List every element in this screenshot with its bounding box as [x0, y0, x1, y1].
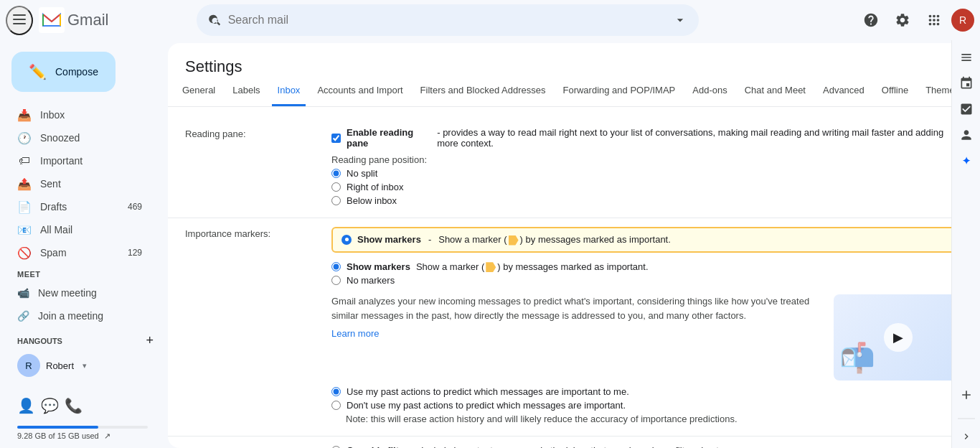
- show-markers-radio[interactable]: [331, 262, 341, 271]
- importance-markers-row: Importance markers: Show markers - Show …: [168, 218, 980, 437]
- no-past-label[interactable]: Don't use my past actions to predict whi…: [331, 400, 963, 411]
- sidebar-item-sent[interactable]: 📤 Sent: [0, 172, 154, 195]
- tab-filters[interactable]: Filters and Blocked Addresses: [415, 76, 552, 106]
- apps-button[interactable]: [920, 6, 948, 34]
- no-past-radio[interactable]: [331, 401, 341, 410]
- learn-more-link[interactable]: Learn more: [331, 328, 379, 339]
- topbar: Gmail R: [0, 0, 980, 40]
- meet-section-label: Meet: [0, 264, 165, 281]
- predict-note: Note: this will erase action history and…: [331, 414, 963, 424]
- add-hangout-icon[interactable]: +: [146, 333, 154, 348]
- storage-bar-fill: [17, 426, 98, 429]
- tab-inbox[interactable]: Inbox: [272, 76, 306, 106]
- tab-advanced[interactable]: Advanced: [817, 76, 870, 106]
- marker-icon-callout: [509, 235, 519, 246]
- right-inbox-label[interactable]: Right of inbox: [331, 182, 963, 192]
- tab-chat[interactable]: Chat and Meet: [739, 76, 811, 106]
- settings-title: Settings: [168, 43, 980, 76]
- dropbox-icon[interactable]: ✦: [955, 149, 978, 172]
- sidebar-item-new-meeting[interactable]: 📹 New meeting: [0, 281, 165, 304]
- settings-tabs: General Labels Inbox Accounts and Import…: [168, 76, 980, 107]
- svg-rect-1: [13, 19, 26, 20]
- calendar-icon[interactable]: [955, 72, 978, 95]
- contacts-icon[interactable]: [955, 123, 978, 146]
- tasks-icon[interactable]: [955, 98, 978, 121]
- tab-general[interactable]: General: [176, 76, 221, 106]
- no-split-text: No split: [347, 168, 377, 179]
- drafts-icon: 📄: [17, 200, 32, 214]
- new-meeting-icon: 📹: [17, 287, 29, 299]
- hangouts-header: Hangouts +: [0, 327, 165, 351]
- no-past-text: Don't use my past actions to predict whi…: [347, 400, 626, 411]
- enable-reading-pane-label[interactable]: Enable reading pane - provides a way to …: [331, 127, 963, 149]
- new-meeting-label: New meeting: [38, 287, 97, 299]
- svg-rect-0: [13, 14, 26, 16]
- sidebar-item-all-mail[interactable]: 📧 All Mail: [0, 218, 154, 241]
- tab-accounts[interactable]: Accounts and Import: [311, 76, 408, 106]
- add-app-icon[interactable]: [955, 383, 978, 406]
- all-mail-icon: 📧: [17, 223, 32, 237]
- sidebar-item-inbox[interactable]: 📥 Inbox: [0, 103, 154, 126]
- search-dropdown-icon[interactable]: [673, 13, 687, 27]
- help-button[interactable]: [857, 6, 885, 34]
- app-layout: ✏️ Compose 📥 Inbox 🕐 Snoozed 🏷 Important…: [0, 40, 980, 448]
- expand-icon[interactable]: [955, 425, 978, 448]
- settings-button[interactable]: [888, 6, 917, 34]
- below-inbox-label[interactable]: Below inbox: [331, 195, 963, 206]
- spam-icon: 🚫: [17, 246, 32, 260]
- sidebar-item-label: Spam: [40, 247, 119, 258]
- no-markers-radio[interactable]: [331, 276, 341, 285]
- right-inbox-radio[interactable]: [331, 182, 341, 192]
- use-past-radio[interactable]: [331, 387, 341, 396]
- video-play-button[interactable]: ▶: [884, 323, 913, 352]
- logo: Gmail: [39, 7, 108, 33]
- no-split-label[interactable]: No split: [331, 168, 963, 179]
- override-filters-bold: Override filters: [347, 445, 413, 448]
- sidebar-item-important[interactable]: 🏷 Important: [0, 149, 154, 172]
- highlight-radio-dot: [341, 235, 352, 245]
- hangout-item-robert[interactable]: R Robert ▾: [0, 351, 165, 380]
- add-icon[interactable]: [955, 383, 978, 406]
- compose-button[interactable]: ✏️ Compose: [11, 52, 116, 92]
- menu-icon[interactable]: [6, 6, 33, 35]
- below-inbox-radio[interactable]: [331, 196, 341, 205]
- importance-markers-value: Show markers - Show a marker () by messa…: [331, 227, 963, 427]
- chat-icon[interactable]: 💬: [41, 397, 59, 414]
- search-icon: [208, 13, 222, 27]
- sidebar-item-drafts[interactable]: 📄 Drafts 469: [0, 195, 154, 218]
- meet-icon[interactable]: [955, 46, 978, 69]
- no-split-radio[interactable]: [331, 169, 341, 178]
- no-markers-label[interactable]: No markers: [331, 275, 963, 286]
- sidebar-item-spam[interactable]: 🚫 Spam 129: [0, 241, 154, 264]
- tab-labels[interactable]: Labels: [227, 76, 265, 106]
- sidebar-item-join-meeting[interactable]: 🔗 Join a meeting: [0, 304, 165, 327]
- show-markers-label[interactable]: Show markers Show a marker () by message…: [331, 261, 963, 273]
- show-markers-bold: Show markers: [347, 261, 410, 272]
- sent-icon: 📤: [17, 177, 32, 191]
- avatar[interactable]: R: [951, 9, 974, 32]
- sidebar-item-label: Important: [40, 155, 142, 167]
- phone-icon[interactable]: 📞: [65, 397, 83, 414]
- right-panel: ✦: [951, 40, 980, 448]
- storage-bar-background: [17, 426, 148, 429]
- drafts-count: 469: [128, 202, 142, 212]
- importance-desc-text: Gmail analyzes your new incoming message…: [331, 294, 822, 381]
- add-person-icon[interactable]: 👤: [17, 397, 35, 414]
- use-past-label[interactable]: Use my past actions to predict which mes…: [331, 386, 963, 397]
- search-input[interactable]: [228, 14, 667, 27]
- tab-forwarding[interactable]: Forwarding and POP/IMAP: [557, 76, 681, 106]
- search-bar[interactable]: [197, 4, 699, 36]
- filtered-mail-row: Filtered mail: Override filters - Includ…: [168, 437, 980, 448]
- importance-markers-label: Importance markers:: [185, 227, 314, 427]
- sidebar-item-label: Snoozed: [40, 132, 142, 144]
- storage-link-icon[interactable]: ↗: [104, 431, 110, 440]
- video-thumbnail[interactable]: 📬 ▶: [834, 294, 963, 381]
- logo-text: Gmail: [67, 11, 108, 29]
- reading-pane-label: Reading pane:: [185, 127, 314, 209]
- tab-addons[interactable]: Add-ons: [687, 76, 732, 106]
- enable-reading-pane-checkbox[interactable]: [331, 134, 341, 143]
- no-markers-text: No markers: [347, 275, 395, 286]
- sidebar-item-snoozed[interactable]: 🕐 Snoozed: [0, 126, 154, 149]
- override-filters-label[interactable]: Override filters - Include important mes…: [331, 445, 963, 448]
- tab-offline[interactable]: Offline: [876, 76, 914, 106]
